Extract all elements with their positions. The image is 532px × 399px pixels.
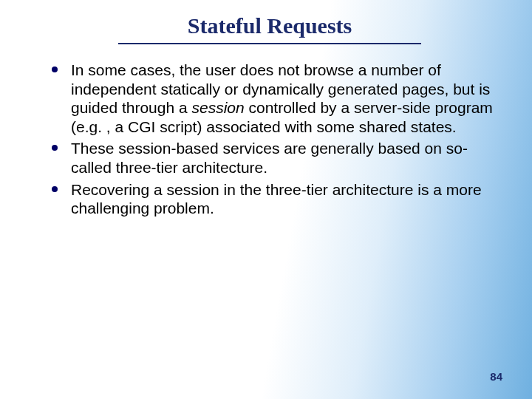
- title-underline: [118, 43, 421, 44]
- bullet-text-pre: These session-based services are general…: [71, 140, 468, 176]
- bullet-item: Recovering a session in the three-tier a…: [49, 180, 494, 218]
- bullet-item: These session-based services are general…: [49, 139, 494, 177]
- bullet-text-emph: session: [191, 99, 244, 116]
- bullet-text-pre: Recovering a session in the three-tier a…: [71, 181, 482, 217]
- slide-content: In some cases, the user does not browse …: [44, 61, 495, 218]
- bullet-item: In some cases, the user does not browse …: [49, 61, 494, 136]
- slide: Stateful Requests In some cases, the use…: [0, 0, 532, 399]
- bullet-list: In some cases, the user does not browse …: [49, 61, 494, 218]
- slide-title: Stateful Requests: [44, 13, 495, 38]
- page-number: 84: [490, 370, 502, 383]
